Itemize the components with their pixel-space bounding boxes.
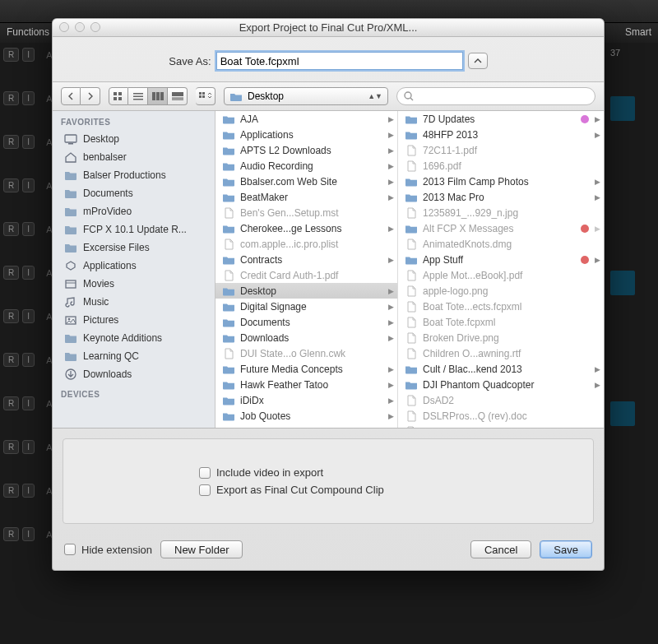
sidebar-item-pictures[interactable]: Pictures: [53, 311, 215, 329]
list-item[interactable]: AnimatedKnots.dmg: [398, 236, 604, 252]
list-item-label: 2013 Film Camp Photos: [423, 176, 529, 188]
svg-rect-13: [199, 92, 202, 95]
list-item[interactable]: DSLRPros...Q (rev).doc: [398, 408, 604, 424]
list-item[interactable]: BeatMaker▶: [215, 189, 397, 205]
cancel-button[interactable]: Cancel: [470, 540, 531, 558]
collapse-expand-button[interactable]: [468, 53, 488, 69]
list-item[interactable]: 2013 Mac Pro▶: [398, 189, 604, 205]
svg-rect-0: [114, 92, 117, 95]
folder-icon: [405, 114, 418, 125]
include-video-checkbox[interactable]: [199, 467, 211, 479]
sidebar-item-learning-qc[interactable]: Learning QC: [53, 347, 215, 365]
sidebar-item-label: Documents: [83, 188, 133, 199]
sidebar-item-documents[interactable]: Documents: [53, 184, 215, 202]
chevron-right-icon: ▶: [388, 193, 394, 202]
list-item[interactable]: Desktop▶: [215, 283, 397, 299]
list-item[interactable]: 1235891_...929_n.jpg: [398, 205, 604, 220]
list-item[interactable]: Boat Tote...ects.fcpxml: [398, 299, 604, 314]
list-item[interactable]: DJI Phantom Quadcopter▶: [398, 377, 604, 392]
list-item[interactable]: Future Media Concepts▶: [215, 361, 397, 377]
sidebar-item-applications[interactable]: Applications: [53, 257, 215, 275]
list-item[interactable]: 72C11-1.pdf: [398, 142, 604, 158]
list-item[interactable]: Documents▶: [215, 314, 397, 330]
sidebar-item-mprovideo[interactable]: mProVideo: [53, 202, 215, 220]
list-item-label: Hawk Feather Tatoo: [240, 379, 328, 391]
sidebar-item-movies[interactable]: Movies: [53, 275, 215, 293]
sidebar-item-keynote-additions[interactable]: Keynote Additions: [53, 329, 215, 347]
view-columns-button[interactable]: [148, 87, 168, 105]
compound-clip-checkbox-row[interactable]: Export as Final Cut Compound Clip: [199, 481, 577, 498]
list-item[interactable]: Cult / Blac...kend 2013▶: [398, 361, 604, 377]
back-button[interactable]: [61, 87, 81, 105]
list-item[interactable]: Applications▶: [215, 127, 397, 142]
list-item[interactable]: 1696.pdf: [398, 158, 604, 174]
sidebar-item-label: Keynote Additions: [83, 332, 162, 344]
list-item[interactable]: 48HFP 2013▶: [398, 127, 604, 142]
list-item[interactable]: Audio Recording▶: [215, 158, 397, 174]
compound-clip-checkbox[interactable]: [199, 484, 211, 496]
location-popup[interactable]: Desktop ▲▼: [224, 87, 388, 105]
list-item[interactable]: DsAD2: [398, 392, 604, 408]
list-item[interactable]: iDiDx▶: [215, 392, 397, 408]
search-field[interactable]: [396, 87, 595, 105]
sidebar-item-downloads[interactable]: Downloads: [53, 365, 215, 383]
view-icon-button[interactable]: [109, 87, 128, 105]
list-item[interactable]: APTS L2 Downloads▶: [215, 142, 397, 158]
new-folder-button[interactable]: New Folder: [160, 540, 243, 558]
save-button[interactable]: Save: [540, 540, 592, 558]
hide-extension-checkbox[interactable]: [64, 544, 76, 555]
list-item[interactable]: Ben's Gen...Setup.mst: [215, 205, 397, 220]
home-icon: [64, 151, 77, 164]
window-zoom-button[interactable]: [90, 22, 100, 32]
list-item[interactable]: Cherokee...ge Lessons▶: [215, 220, 397, 236]
list-item[interactable]: Downloads▶: [215, 330, 397, 345]
list-item[interactable]: Contracts▶: [215, 252, 397, 267]
list-item[interactable]: Apple Mot...eBook].pdf: [398, 267, 604, 283]
folder-icon: [405, 254, 418, 266]
list-item[interactable]: Credit Card Auth-1.pdf: [215, 267, 397, 283]
sidebar-item-desktop[interactable]: Desktop: [53, 130, 215, 148]
list-item[interactable]: Dying Drive.mp3: [398, 424, 604, 428]
include-video-checkbox-row[interactable]: Include video in export: [199, 464, 577, 481]
search-input[interactable]: [418, 90, 588, 102]
folder-icon: [64, 241, 77, 254]
list-item[interactable]: AJA▶: [215, 111, 397, 127]
list-item[interactable]: Children O...awning.rtf: [398, 345, 604, 361]
sidebar-item-balser-productions[interactable]: Balser Productions: [53, 166, 215, 184]
list-item[interactable]: com.apple...ic.pro.plist: [215, 236, 397, 252]
chevron-right-icon: ▶: [388, 334, 394, 342]
sidebar-item-fcp-x-10-1-update-r-[interactable]: FCP X 10.1 Update R...: [53, 220, 215, 239]
view-list-button[interactable]: [128, 87, 148, 105]
save-as-input[interactable]: [216, 52, 463, 70]
list-item[interactable]: apple-logo.png: [398, 283, 604, 299]
chevron-right-icon: [87, 92, 94, 100]
sidebar-item-benbalser[interactable]: benbalser: [53, 148, 215, 166]
list-item[interactable]: DUI State...o Glenn.cwk: [215, 345, 397, 361]
arrange-button[interactable]: [196, 87, 215, 105]
list-item[interactable]: Alt FCP X Messages▶: [398, 220, 604, 236]
list-item[interactable]: 2013 Film Camp Photos▶: [398, 174, 604, 189]
list-item[interactable]: Job Quotes▶: [215, 408, 397, 424]
chevron-right-icon: ▶: [595, 225, 600, 233]
dialog-footer: Hide extension New Folder Cancel Save: [53, 534, 604, 570]
list-item[interactable]: 7D Updates▶: [398, 111, 604, 127]
sidebar-item-music[interactable]: Music: [53, 293, 215, 311]
window-close-button[interactable]: [59, 22, 69, 32]
svg-rect-1: [118, 92, 122, 95]
list-item[interactable]: Digital Signage▶: [215, 299, 397, 314]
file-icon: [222, 239, 235, 250]
sidebar-item-excersise-files[interactable]: Excersise Files: [53, 239, 215, 257]
column-1[interactable]: AJA▶Applications▶APTS L2 Downloads▶Audio…: [215, 111, 398, 428]
list-item[interactable]: LaF&V▶: [215, 424, 397, 428]
forward-button[interactable]: [81, 87, 100, 105]
list-item[interactable]: App Stuff▶: [398, 252, 604, 267]
svg-rect-11: [172, 98, 183, 99]
list-item[interactable]: Hawk Feather Tatoo▶: [215, 377, 397, 392]
list-item[interactable]: Bbalser.com Web Site▶: [215, 174, 397, 189]
list-item[interactable]: Boat Tote.fcpxml: [398, 314, 604, 330]
window-minimize-button[interactable]: [75, 22, 85, 32]
hide-extension-checkbox-row[interactable]: Hide extension: [64, 544, 152, 556]
view-coverflow-button[interactable]: [168, 87, 188, 105]
list-item[interactable]: Broken Drive.png: [398, 330, 604, 345]
column-2[interactable]: 7D Updates▶48HFP 2013▶72C11-1.pdf1696.pd…: [398, 111, 604, 428]
